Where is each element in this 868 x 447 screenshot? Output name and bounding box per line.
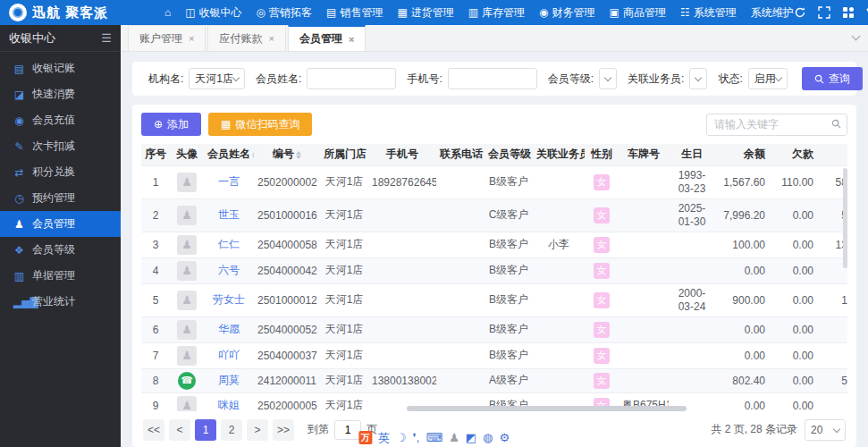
gender-badge: 女: [594, 373, 610, 389]
status-select[interactable]: 启用: [748, 68, 788, 89]
sidebar-item-营业统计[interactable]: ▂▅▇营业统计: [0, 289, 121, 315]
tab-bar: 账户管理×应付账款×会员管理×: [121, 25, 868, 52]
tab-close-icon[interactable]: ×: [189, 33, 194, 44]
avatar-placeholder-icon[interactable]: ♟: [177, 346, 197, 366]
fullscreen-icon[interactable]: [818, 6, 830, 20]
col-header-level[interactable]: 会员等级: [485, 144, 533, 165]
table-row[interactable]: 2♟世玉2501000016天河1店C级客户女2025-01-307,996.2…: [141, 198, 847, 232]
globe-icon[interactable]: ◍: [483, 432, 493, 443]
nav-item-inventory[interactable]: ▥库存管理: [468, 5, 525, 21]
logo-text: 迅航 聚客派: [32, 4, 108, 21]
member-name-link[interactable]: 六号: [218, 264, 240, 276]
english-mode-icon[interactable]: 英: [378, 432, 390, 443]
sidebar-item-单据管理[interactable]: ▥单据管理: [0, 263, 121, 289]
search-button[interactable]: 查询: [802, 67, 863, 90]
member-name-link[interactable]: 仁仁: [218, 238, 240, 250]
page-button-2[interactable]: 2: [221, 419, 242, 441]
member-name-link[interactable]: 劳女士: [213, 293, 245, 306]
ime-toolbar: 万英☽❜,⌨♟◩◍⚙: [358, 431, 510, 444]
table-row[interactable]: 8☎周莫2412000011天河1店13800138002A级客户女802.40…: [141, 368, 847, 392]
avatar-placeholder-icon[interactable]: ♟: [177, 235, 197, 255]
avatar-placeholder-icon[interactable]: ♟: [177, 173, 197, 192]
apps-grid-icon[interactable]: [842, 6, 855, 20]
nav-item-maintain[interactable]: 系统维护: [751, 5, 794, 21]
sort-icon[interactable]: [296, 150, 301, 160]
sidebar-item-快速消费[interactable]: ◪快速消费: [0, 81, 121, 107]
member-name-input[interactable]: [307, 68, 396, 89]
sidebar-item-次卡扣减[interactable]: ✎次卡扣减: [0, 133, 121, 159]
member-name-link[interactable]: 一言: [218, 175, 240, 188]
col-header-name[interactable]: 会员姓名: [204, 144, 254, 165]
wechat-scan-button[interactable]: ▦ 微信扫码查询: [208, 113, 312, 136]
first-page-button[interactable]: <<: [143, 419, 164, 441]
gender-cell: 女: [585, 257, 619, 283]
table-row[interactable]: 3♟仁仁2504000058天河1店B级客户小李女100.000.0013,12…: [141, 232, 847, 257]
sidebar-item-会员等级[interactable]: ❖会员等级: [0, 237, 121, 263]
tab-list-chevron-icon[interactable]: [852, 32, 861, 41]
nav-item-sales[interactable]: ▤销售管理: [326, 5, 383, 21]
mobile-input[interactable]: [448, 68, 537, 89]
punctuation-icon[interactable]: ❜,: [413, 432, 420, 443]
person-icon[interactable]: ♟: [449, 432, 459, 443]
top-nav: ⌂◫收银中心◎营销拓客▤销售管理▦进货管理▥库存管理◉财务管理▣商品管理☷系统管…: [164, 5, 794, 21]
skin-icon[interactable]: ◩: [466, 432, 476, 443]
balance-cell: 900.00: [715, 283, 771, 316]
last-page-button[interactable]: >>: [273, 419, 294, 441]
member-name-link[interactable]: 吖吖: [218, 349, 240, 361]
avatar-placeholder-icon[interactable]: ♟: [177, 261, 197, 281]
table-row[interactable]: 6♟华愿2504000052天河1店B级客户女0.000.005.00: [141, 316, 847, 342]
sidebar-item-会员管理[interactable]: ♟会员管理: [0, 211, 121, 237]
table-row[interactable]: 7♟吖吖2504000037天河1店B级客户女0.000.000.00: [141, 342, 847, 368]
gender-badge: 女: [594, 322, 610, 338]
page-size-select[interactable]: 20: [805, 419, 846, 441]
avatar-placeholder-icon[interactable]: ♟: [177, 206, 197, 225]
tab-会员管理[interactable]: 会员管理×: [288, 25, 366, 51]
member-name-link[interactable]: 周莫: [218, 374, 240, 386]
avatar-placeholder-icon[interactable]: ♟: [177, 320, 197, 340]
nav-item-system[interactable]: ☷系统管理: [680, 5, 737, 21]
nav-item-goods[interactable]: ▣商品管理: [610, 5, 666, 21]
moon-icon[interactable]: ☽: [396, 432, 407, 443]
table-row[interactable]: 4♟六号2504000042天河1店B级客户女0.000.000.00: [141, 257, 847, 283]
tab-close-icon[interactable]: ×: [268, 33, 274, 44]
col-header-code[interactable]: 编号: [254, 144, 320, 165]
wechat-phone-icon[interactable]: ☎: [178, 372, 196, 390]
goto-page-input[interactable]: [334, 420, 361, 440]
prev-page-button[interactable]: <: [169, 419, 190, 441]
vertical-scrollbar[interactable]: [843, 166, 847, 404]
gear-icon[interactable]: ⚙: [499, 432, 510, 443]
nav-item-finance[interactable]: ◉财务管理: [539, 5, 594, 21]
sidebar-item-预约管理[interactable]: ◷预约管理: [0, 185, 121, 211]
level-select[interactable]: [599, 68, 617, 89]
nav-item-home[interactable]: ⌂: [164, 6, 171, 19]
nav-item-purchase[interactable]: ▦进货管理: [397, 5, 453, 21]
phone-cell: [368, 342, 436, 368]
add-button[interactable]: ⊕ 添加: [141, 113, 201, 136]
search-icon[interactable]: [831, 119, 841, 129]
keyboard-icon[interactable]: ⌨: [426, 432, 442, 443]
agent-select[interactable]: [689, 68, 707, 89]
tab-账户管理[interactable]: 账户管理×: [128, 25, 206, 51]
table-row[interactable]: 1♟一言2502000002天河1店18928762645B级客户女1993-0…: [141, 165, 847, 198]
sidebar-item-会员充值[interactable]: ◉会员充值: [0, 107, 121, 133]
ime-logo-icon[interactable]: 万: [358, 431, 372, 444]
nav-item-cashier[interactable]: ◫收银中心: [185, 5, 241, 21]
col-header-gender: 性别: [585, 144, 619, 165]
sidebar-item-收银记账[interactable]: ▤收银记账: [0, 55, 121, 81]
next-page-button[interactable]: >: [247, 419, 268, 441]
tab-close-icon[interactable]: ×: [349, 34, 354, 45]
page-button-1[interactable]: 1: [195, 419, 216, 441]
sidebar-item-积分兑换[interactable]: ⇄积分兑换: [0, 159, 121, 185]
refresh-icon[interactable]: [794, 6, 806, 20]
org-select[interactable]: 天河1店: [189, 68, 245, 89]
table-row[interactable]: 5♟劳女士2501000012天河1店B级客户女2000-03-24900.00…: [141, 283, 847, 316]
keyword-input[interactable]: [706, 114, 847, 136]
member-name-link[interactable]: 华愿: [218, 323, 240, 335]
avatar-placeholder-icon[interactable]: ♟: [177, 291, 197, 310]
member-name-link[interactable]: 世玉: [218, 208, 240, 221]
tab-应付账款[interactable]: 应付账款×: [207, 25, 285, 51]
horizontal-scrollbar[interactable]: [141, 406, 840, 411]
sidebar-collapse-icon[interactable]: ☰: [101, 31, 112, 45]
nav-item-marketing[interactable]: ◎营销拓客: [257, 5, 312, 21]
sort-icon[interactable]: [252, 150, 254, 160]
